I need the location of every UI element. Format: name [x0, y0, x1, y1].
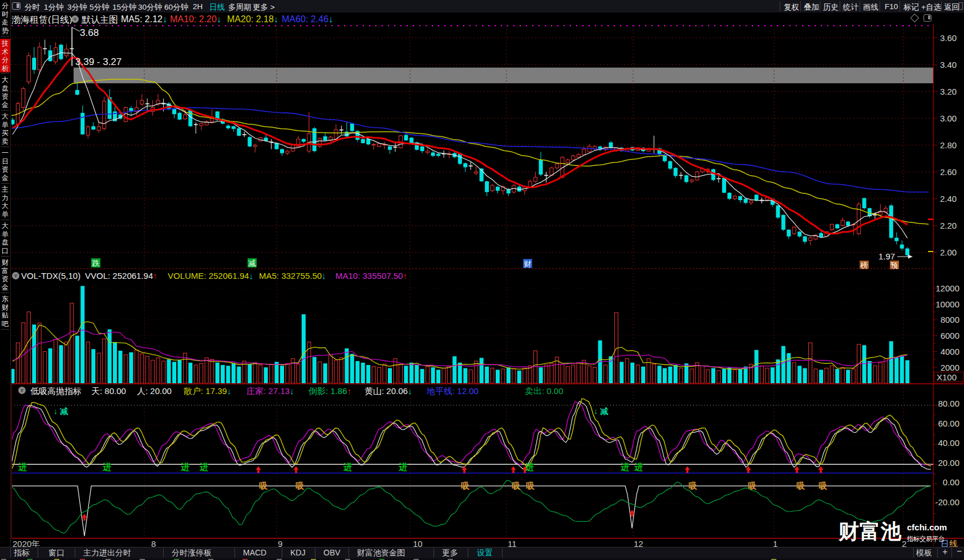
- svg-text:进: 进: [180, 462, 189, 472]
- svg-text:吸: 吸: [688, 481, 698, 490]
- svg-text:3.00: 3.00: [940, 113, 957, 123]
- svg-text:减: 减: [249, 259, 256, 267]
- svg-text:3.40: 3.40: [940, 60, 957, 70]
- svg-text:3.60: 3.60: [940, 33, 957, 43]
- svg-text:3.68: 3.68: [80, 27, 99, 38]
- svg-text:↓: ↓: [594, 407, 598, 416]
- svg-text:吸: 吸: [295, 481, 305, 490]
- svg-text:进: 进: [102, 462, 111, 472]
- svg-text:↓: ↓: [54, 407, 58, 416]
- svg-text:进: 进: [343, 462, 352, 472]
- svg-text:榜: 榜: [860, 261, 868, 269]
- svg-text:进: 进: [620, 462, 629, 472]
- svg-text:8000: 8000: [941, 315, 959, 324]
- svg-text:财: 财: [524, 259, 532, 268]
- svg-text:吸: 吸: [526, 481, 535, 490]
- svg-text:吸: 吸: [461, 481, 470, 490]
- svg-text:2.20: 2.20: [940, 221, 957, 230]
- svg-text:2000: 2000: [941, 363, 959, 372]
- svg-text:3.20: 3.20: [940, 87, 957, 96]
- svg-text:跌: 跌: [92, 259, 100, 267]
- svg-text:吸: 吸: [259, 481, 268, 490]
- svg-text:吸: 吸: [748, 481, 757, 490]
- svg-text:进: 进: [398, 462, 407, 472]
- svg-text:进: 进: [634, 462, 643, 472]
- svg-text:60.00: 60.00: [938, 419, 959, 428]
- svg-text:2.00: 2.00: [940, 247, 957, 257]
- svg-text:减: 减: [60, 407, 68, 416]
- svg-text:3.39 - 3.27: 3.39 - 3.27: [75, 56, 121, 67]
- svg-text:10000: 10000: [935, 299, 959, 309]
- svg-text:20.00: 20.00: [938, 458, 959, 468]
- svg-text:2.60: 2.60: [940, 167, 957, 177]
- svg-text:2.80: 2.80: [940, 140, 957, 150]
- svg-text:吸: 吸: [796, 481, 805, 490]
- svg-text:进: 进: [18, 462, 27, 472]
- svg-text:进: 进: [525, 462, 534, 472]
- svg-text:6000: 6000: [941, 331, 959, 340]
- svg-text:80.00: 80.00: [938, 399, 959, 408]
- svg-text:吸: 吸: [512, 481, 521, 490]
- svg-text:1.97: 1.97: [878, 251, 895, 261]
- svg-text:吸: 吸: [819, 481, 828, 490]
- svg-text:12000: 12000: [935, 283, 959, 293]
- svg-text:-20.00: -20.00: [935, 497, 959, 507]
- svg-text:减: 减: [600, 407, 609, 416]
- svg-text:2.40: 2.40: [940, 194, 957, 204]
- svg-text:X100: X100: [937, 372, 957, 382]
- svg-text:预: 预: [890, 261, 898, 269]
- svg-text:40.00: 40.00: [938, 438, 959, 448]
- svg-text:4000: 4000: [941, 347, 959, 356]
- svg-text:进: 进: [199, 462, 208, 472]
- svg-text:0.00: 0.00: [943, 477, 959, 487]
